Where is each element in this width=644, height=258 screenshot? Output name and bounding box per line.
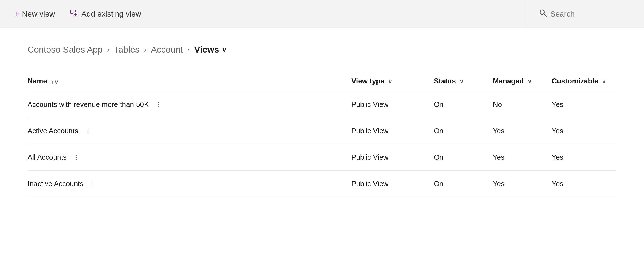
table-header-row: Name ↑ ∨ View type ∨ Status ∨ Managed ∨ xyxy=(28,71,616,91)
col-managed-sort[interactable]: ∨ xyxy=(528,78,532,85)
col-customizable-label: Customizable xyxy=(552,77,598,85)
breadcrumb-current-label: Views xyxy=(194,45,219,55)
more-menu-btn-2[interactable]: ⋮ xyxy=(71,153,82,162)
col-header-status: Status ∨ xyxy=(434,71,493,91)
col-managed-label: Managed xyxy=(493,77,524,85)
table-row: All Accounts ⋮ Public View On Yes Yes xyxy=(28,144,616,171)
cell-customizable-3: Yes xyxy=(552,171,616,197)
add-view-icon xyxy=(70,9,79,19)
col-status-label: Status xyxy=(434,77,456,85)
cell-customizable-1: Yes xyxy=(552,118,616,144)
col-viewtype-label: View type xyxy=(351,77,384,85)
cell-managed-0: No xyxy=(493,91,552,118)
more-menu-btn-0[interactable]: ⋮ xyxy=(153,101,164,109)
add-existing-view-label: Add existing view xyxy=(81,10,141,18)
col-viewtype-sort[interactable]: ∨ xyxy=(388,78,392,85)
cell-status-2: On xyxy=(434,144,493,171)
cell-viewtype-2: Public View xyxy=(351,144,434,171)
col-name-label: Name xyxy=(28,77,47,85)
plus-icon: + xyxy=(14,9,19,19)
cell-status-0: On xyxy=(434,91,493,118)
col-header-name: Name ↑ ∨ xyxy=(28,71,351,91)
search-area xyxy=(526,0,633,28)
col-name-sort[interactable]: ↑ ∨ xyxy=(51,79,58,85)
col-header-managed: Managed ∨ xyxy=(493,71,552,91)
cell-viewtype-3: Public View xyxy=(351,171,434,197)
breadcrumb-tables[interactable]: Tables xyxy=(114,45,140,55)
toolbar: + New view Add existing view xyxy=(0,0,644,28)
cell-status-3: On xyxy=(434,171,493,197)
breadcrumb-current: Views ∨ xyxy=(194,45,227,55)
new-view-label: New view xyxy=(22,10,55,18)
table-row: Active Accounts ⋮ Public View On Yes Yes xyxy=(28,118,616,144)
cell-name-2: All Accounts ⋮ xyxy=(28,144,351,171)
row-name-text-1[interactable]: Active Accounts xyxy=(28,127,78,135)
cell-managed-1: Yes xyxy=(493,118,552,144)
col-status-sort[interactable]: ∨ xyxy=(459,78,464,85)
breadcrumb-app[interactable]: Contoso Sales App xyxy=(28,45,103,55)
breadcrumb-account[interactable]: Account xyxy=(151,45,183,55)
cell-managed-2: Yes xyxy=(493,144,552,171)
toolbar-left: + New view Add existing view xyxy=(11,7,145,21)
new-view-button[interactable]: + New view xyxy=(11,7,58,21)
cell-status-1: On xyxy=(434,118,493,144)
cell-managed-3: Yes xyxy=(493,171,552,197)
views-table: Name ↑ ∨ View type ∨ Status ∨ Managed ∨ xyxy=(28,71,616,197)
breadcrumb: Contoso Sales App › Tables › Account › V… xyxy=(28,45,616,55)
row-name-text-0[interactable]: Accounts with revenue more than 50K xyxy=(28,100,149,109)
svg-line-5 xyxy=(544,14,546,16)
breadcrumb-sep-3: › xyxy=(187,45,190,54)
cell-name-0: Accounts with revenue more than 50K ⋮ xyxy=(28,91,351,118)
col-header-customizable: Customizable ∨ xyxy=(552,71,616,91)
cell-name-3: Inactive Accounts ⋮ xyxy=(28,171,351,197)
cell-customizable-2: Yes xyxy=(552,144,616,171)
cell-name-1: Active Accounts ⋮ xyxy=(28,118,351,144)
more-menu-btn-3[interactable]: ⋮ xyxy=(88,180,99,188)
row-name-text-2[interactable]: All Accounts xyxy=(28,153,67,162)
breadcrumb-sep-1: › xyxy=(107,45,109,54)
search-input[interactable] xyxy=(550,10,633,18)
breadcrumb-sep-2: › xyxy=(144,45,146,54)
row-name-text-3[interactable]: Inactive Accounts xyxy=(28,180,83,188)
col-header-viewtype: View type ∨ xyxy=(351,71,434,91)
table-row: Accounts with revenue more than 50K ⋮ Pu… xyxy=(28,91,616,118)
main-content: Contoso Sales App › Tables › Account › V… xyxy=(0,28,644,258)
sort-asc-icon: ↑ xyxy=(51,79,54,85)
add-existing-view-button[interactable]: Add existing view xyxy=(67,7,144,21)
breadcrumb-dropdown-icon[interactable]: ∨ xyxy=(222,46,227,54)
sort-desc-icon: ∨ xyxy=(54,79,58,85)
col-customizable-sort[interactable]: ∨ xyxy=(602,78,606,85)
more-menu-btn-1[interactable]: ⋮ xyxy=(83,127,94,135)
cell-viewtype-0: Public View xyxy=(351,91,434,118)
search-icon xyxy=(539,9,547,19)
cell-viewtype-1: Public View xyxy=(351,118,434,144)
cell-customizable-0: Yes xyxy=(552,91,616,118)
table-row: Inactive Accounts ⋮ Public View On Yes Y… xyxy=(28,171,616,197)
